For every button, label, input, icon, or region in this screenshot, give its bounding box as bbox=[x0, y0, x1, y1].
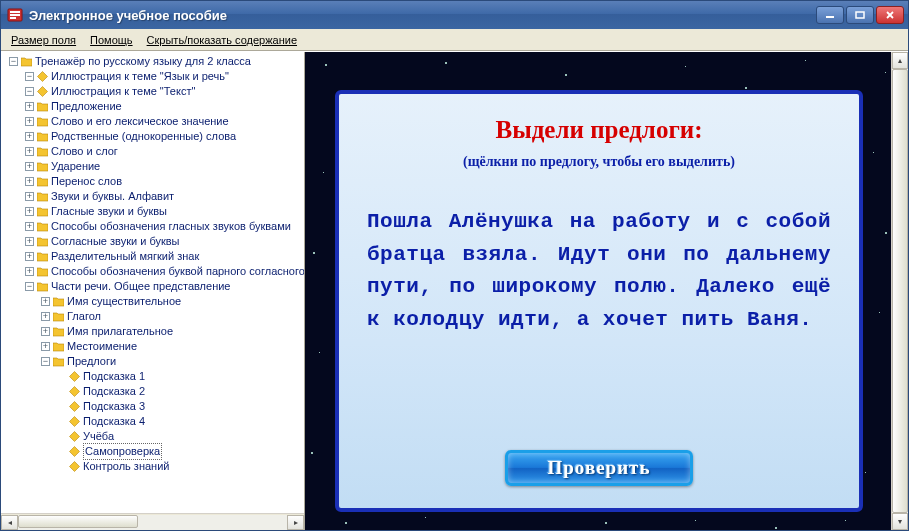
toc-tree[interactable]: −Тренажёр по русскому языку для 2 класса… bbox=[1, 52, 304, 513]
menu-help[interactable]: Помощь bbox=[84, 32, 139, 48]
collapse-icon[interactable]: − bbox=[41, 357, 50, 366]
tree-item-label: Тренажёр по русскому языку для 2 класса bbox=[35, 54, 251, 69]
expand-icon[interactable]: + bbox=[25, 132, 34, 141]
tree-item[interactable]: +Слово и слог bbox=[23, 144, 304, 159]
tree-item[interactable]: +Слово и его лексическое значение bbox=[23, 114, 304, 129]
expand-icon[interactable]: + bbox=[25, 207, 34, 216]
tree-item[interactable]: +Ударение bbox=[23, 159, 304, 174]
close-button[interactable] bbox=[876, 6, 904, 24]
tree-item[interactable]: +Гласные звуки и буквы bbox=[23, 204, 304, 219]
star-icon bbox=[311, 452, 313, 454]
tree-item-label: Способы обозначения буквой парного согла… bbox=[51, 264, 304, 279]
folder-icon bbox=[53, 311, 64, 322]
tree-item-label: Слово и его лексическое значение bbox=[51, 114, 229, 129]
tree-item[interactable]: +Способы обозначения буквой парного согл… bbox=[23, 264, 304, 279]
scroll-right-button[interactable]: ▸ bbox=[287, 515, 304, 530]
menu-toggle-toc[interactable]: Скрыть/показать содержание bbox=[141, 32, 303, 48]
folder-icon bbox=[37, 131, 48, 142]
tree-item[interactable]: −Иллюстрация к теме "Текст" bbox=[23, 84, 304, 99]
expand-icon[interactable]: + bbox=[41, 327, 50, 336]
page-icon bbox=[69, 371, 80, 382]
folder-icon bbox=[37, 221, 48, 232]
lesson-footer: Проверить bbox=[367, 450, 831, 492]
expand-icon[interactable]: + bbox=[25, 222, 34, 231]
tree-item-label: Гласные звуки и буквы bbox=[51, 204, 167, 219]
svg-marker-10 bbox=[70, 372, 80, 382]
folder-icon bbox=[53, 341, 64, 352]
tree-item[interactable]: Подсказка 3 bbox=[55, 399, 304, 414]
tree-item[interactable]: +Согласные звуки и буквы bbox=[23, 234, 304, 249]
content-vscrollbar[interactable]: ▴ ▾ bbox=[891, 52, 908, 530]
expand-icon[interactable]: + bbox=[25, 162, 34, 171]
scroll-left-button[interactable]: ◂ bbox=[1, 515, 18, 530]
tree-item-label: Подсказка 1 bbox=[83, 369, 145, 384]
folder-icon bbox=[37, 146, 48, 157]
tree-item[interactable]: Подсказка 1 bbox=[55, 369, 304, 384]
tree-item[interactable]: +Родственные (однокоренные) слова bbox=[23, 129, 304, 144]
tree-item[interactable]: Самопроверка bbox=[55, 444, 304, 459]
expander-spacer bbox=[57, 387, 66, 396]
tree-item[interactable]: +Местоимение bbox=[39, 339, 304, 354]
tree-root[interactable]: −Тренажёр по русскому языку для 2 класса bbox=[7, 54, 304, 69]
menu-field-size[interactable]: Размер поля bbox=[5, 32, 82, 48]
expand-icon[interactable]: + bbox=[25, 147, 34, 156]
expand-icon[interactable]: + bbox=[25, 192, 34, 201]
sidebar: −Тренажёр по русскому языку для 2 класса… bbox=[1, 52, 305, 530]
expand-icon[interactable]: + bbox=[41, 312, 50, 321]
expander-spacer bbox=[57, 447, 66, 456]
tree-item[interactable]: +Имя прилагательное bbox=[39, 324, 304, 339]
tree-item[interactable]: +Звуки и буквы. Алфавит bbox=[23, 189, 304, 204]
collapse-icon[interactable]: − bbox=[9, 57, 18, 66]
star-icon bbox=[873, 152, 874, 153]
tree-item[interactable]: +Глагол bbox=[39, 309, 304, 324]
expand-icon[interactable]: + bbox=[25, 267, 34, 276]
tree-item[interactable]: −Предлоги bbox=[39, 354, 304, 369]
tree-item[interactable]: +Имя существительное bbox=[39, 294, 304, 309]
expander-spacer bbox=[57, 372, 66, 381]
scroll-up-button[interactable]: ▴ bbox=[892, 52, 908, 69]
tree-item[interactable]: −Части речи. Общее представление bbox=[23, 279, 304, 294]
minimize-button[interactable] bbox=[816, 6, 844, 24]
svg-rect-2 bbox=[10, 14, 20, 16]
expand-icon[interactable]: + bbox=[25, 177, 34, 186]
tree-item[interactable]: +Способы обозначения гласных звуков букв… bbox=[23, 219, 304, 234]
tree-item[interactable]: Контроль знаний bbox=[55, 459, 304, 474]
sidebar-hscrollbar[interactable]: ◂ ▸ bbox=[1, 513, 304, 530]
star-icon bbox=[323, 172, 324, 173]
scroll-down-button[interactable]: ▾ bbox=[892, 513, 908, 530]
tree-item[interactable]: +Разделительный мягкий знак bbox=[23, 249, 304, 264]
page-icon bbox=[69, 431, 80, 442]
star-icon bbox=[445, 62, 447, 64]
folder-icon bbox=[37, 116, 48, 127]
tree-item[interactable]: −Иллюстрация к теме "Язык и речь" bbox=[23, 69, 304, 84]
tree-item[interactable]: +Перенос слов bbox=[23, 174, 304, 189]
app-window: Электронное учебное пособие Размер поля … bbox=[0, 0, 909, 531]
svg-marker-13 bbox=[70, 417, 80, 427]
scroll-track[interactable] bbox=[18, 515, 287, 530]
expander-spacer bbox=[57, 402, 66, 411]
collapse-icon[interactable]: − bbox=[25, 282, 34, 291]
expand-icon[interactable]: + bbox=[25, 102, 34, 111]
tree-item[interactable]: Учёба bbox=[55, 429, 304, 444]
expander-spacer[interactable]: − bbox=[25, 72, 34, 81]
vscroll-track[interactable] bbox=[892, 69, 908, 513]
expand-icon[interactable]: + bbox=[41, 342, 50, 351]
check-button[interactable]: Проверить bbox=[505, 450, 693, 486]
lesson-text[interactable]: Пошла Алёнушка на работу и с собой братц… bbox=[367, 206, 831, 336]
tree-item[interactable]: +Предложение bbox=[23, 99, 304, 114]
tree-item[interactable]: Подсказка 4 bbox=[55, 414, 304, 429]
expand-icon[interactable]: + bbox=[25, 237, 34, 246]
expander-spacer bbox=[57, 432, 66, 441]
svg-marker-8 bbox=[38, 72, 48, 82]
expand-icon[interactable]: + bbox=[41, 297, 50, 306]
star-icon bbox=[319, 352, 320, 353]
tree-item[interactable]: Подсказка 2 bbox=[55, 384, 304, 399]
menubar: Размер поля Помощь Скрыть/показать содер… bbox=[1, 29, 908, 51]
expand-icon[interactable]: + bbox=[25, 252, 34, 261]
tree-item-label: Подсказка 3 bbox=[83, 399, 145, 414]
expand-icon[interactable]: + bbox=[25, 117, 34, 126]
vscroll-thumb[interactable] bbox=[892, 69, 908, 513]
maximize-button[interactable] bbox=[846, 6, 874, 24]
scroll-thumb[interactable] bbox=[18, 515, 138, 528]
expander-spacer[interactable]: − bbox=[25, 87, 34, 96]
